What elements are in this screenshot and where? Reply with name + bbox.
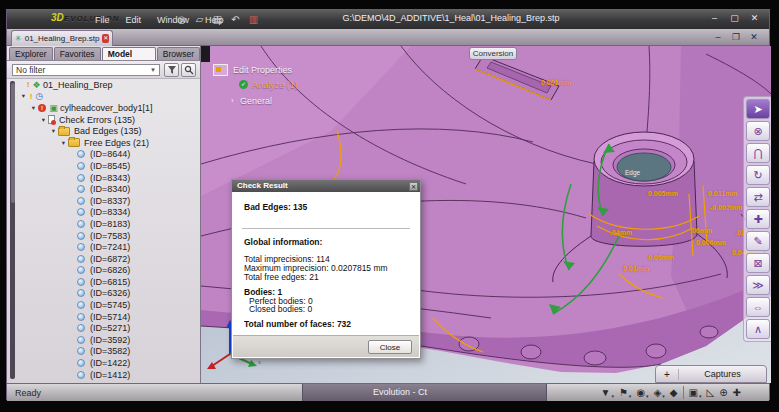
tree-item-edge[interactable]: (ID=5714) (19, 311, 201, 323)
add-capture-icon[interactable]: + (656, 369, 679, 380)
magnet-filter-icon[interactable]: ⋂ (746, 143, 770, 163)
tree-item-product[interactable]: ▾!◷ (19, 91, 201, 103)
tree-item-edge[interactable]: (ID=8337) (19, 195, 201, 207)
bad-edges-line: Bad Edges: 135 (244, 202, 307, 212)
chevron-expanded-icon[interactable]: ▾ (49, 127, 58, 135)
tree-item-bad-edges[interactable]: ▾Bad Edges (135) (19, 125, 201, 137)
tree-item-edge[interactable]: (ID=7241) (19, 241, 201, 253)
filter-combobox[interactable]: No filter ▼ (12, 64, 160, 76)
step-forward-icon[interactable]: ≫ (746, 275, 770, 295)
viewport-corner-handle[interactable] (201, 46, 210, 62)
select-cursor-icon[interactable]: ➤ (746, 99, 770, 119)
assembly-icon: ❖ (31, 80, 42, 90)
dialog-footer: Close (233, 335, 419, 357)
conversion-tab[interactable]: Conversion (469, 47, 517, 60)
tree-item-edge[interactable]: (ID=6326) (19, 288, 201, 300)
close-button[interactable]: ✕ (748, 13, 761, 23)
dialog-separator (242, 228, 410, 229)
add-icon[interactable]: ✚ (746, 209, 770, 229)
tree-item-edge[interactable]: (ID=1422) (19, 357, 201, 369)
dimension-label: 0.001mm (541, 79, 571, 86)
crosshair-icon[interactable]: ✚ (733, 386, 741, 399)
tree-item-edge[interactable]: (ID=3582) (19, 346, 201, 358)
menu-edit[interactable]: Edit (120, 13, 148, 27)
chevron-expanded-icon[interactable]: ▾ (19, 92, 28, 100)
open-folder-icon[interactable]: ▱ (193, 13, 206, 26)
viewport-right-toolbar: ➤ ⊗ ⋂ ↻ ⇄ ✚ ✎ ⊠ ≫ ⇔ ∧ (743, 96, 771, 342)
tree-item-free-edges[interactable]: ▾Free Edges (21) (19, 137, 201, 149)
chevron-right-icon[interactable]: › (231, 96, 234, 105)
tree-item-edge[interactable]: (ID=6815) (19, 276, 201, 288)
mdi-minimize-button[interactable]: – (713, 32, 723, 42)
tree-item-edge[interactable]: (ID=5745) (19, 299, 201, 311)
delete-box-icon[interactable]: ⊠ (746, 253, 770, 273)
search-button[interactable] (181, 63, 196, 77)
folder-icon (68, 138, 80, 147)
tab-close-icon[interactable]: ✕ (102, 34, 109, 43)
compare-icon[interactable]: ⇔ (746, 297, 770, 317)
deselect-icon[interactable]: ⊗ (746, 121, 770, 141)
dialog-close-button[interactable]: Close (368, 340, 412, 354)
tree-item-edge[interactable]: (ID=5271) (19, 322, 201, 334)
compass-icon[interactable]: ◎ (175, 13, 188, 26)
mdi-close-button[interactable]: ✕ (749, 32, 759, 42)
maximize-button[interactable]: ▢ (728, 13, 741, 23)
edge-icon (77, 220, 85, 228)
general-item[interactable]: General (240, 96, 272, 106)
edge-tag-label: Edge (625, 169, 640, 176)
tree-item-check-errors[interactable]: ▾Check Errors (135) (19, 114, 201, 126)
tree-item-edge[interactable]: (ID=8545) (19, 160, 201, 172)
tree-item-edge[interactable]: (ID=6872) (19, 253, 201, 265)
repair-pen-icon[interactable]: ✎ (746, 231, 770, 251)
filter-value: No filter (16, 65, 45, 75)
captures-tab[interactable]: + Captures (655, 365, 767, 383)
undo-icon[interactable]: ↶ (229, 13, 242, 26)
filter-funnel-icon[interactable]: ▼ (600, 386, 613, 399)
tree-scrollbar-thumb[interactable] (11, 83, 15, 203)
status-message: Ready (15, 388, 41, 398)
target-icon[interactable]: ⊕ (719, 386, 727, 399)
title-bar: 3DEVOLUTION File Edit Window Help ◎ ▱ ▤ … (7, 10, 769, 29)
filter-funnel-button[interactable] (164, 63, 179, 77)
quick-toolbar: ◎ ▱ ▤ ↶ ▥ (175, 10, 260, 29)
tree-item-edge[interactable]: (ID=3592) (19, 334, 201, 346)
ramp-icon[interactable]: ◺ (707, 386, 715, 399)
log-icon[interactable]: ▥ (247, 13, 260, 26)
chevron-expanded-icon[interactable]: ▾ (29, 104, 38, 112)
history-icon: ◷ (34, 91, 45, 101)
tree-item-edge[interactable]: (ID=7583) (19, 230, 201, 242)
solid-body-icon: ▣ (48, 103, 59, 113)
tree-item-edge[interactable]: (ID=1412) (19, 369, 201, 381)
tree-item-edge[interactable]: (ID=8644) (19, 149, 201, 161)
menu-file[interactable]: File (89, 13, 116, 27)
orbit-icon[interactable]: ↻ (746, 165, 770, 185)
save-icon[interactable]: ▤ (211, 13, 224, 26)
section-cube-icon[interactable]: ▣ (683, 386, 702, 399)
edge-icon (77, 278, 85, 286)
tree-item-body[interactable]: ▾!▣cylheadcover_body1[1] (19, 102, 201, 114)
check-report-icon (48, 115, 55, 124)
mdi-restore-button[interactable]: ❐ (731, 32, 741, 42)
solid-cube-icon[interactable]: ◆ (670, 386, 678, 399)
document-tab[interactable]: ✳ 01_Healing_Brep.stp ✕ (11, 30, 113, 46)
minimize-button[interactable]: – (708, 13, 721, 23)
tree-item-edge[interactable]: (ID=6826) (19, 265, 201, 277)
edge-icon (77, 185, 85, 193)
dialog-title-bar[interactable]: Check Result (232, 180, 420, 192)
eye-icon[interactable]: ◉ (636, 386, 648, 399)
analyze-item[interactable]: Analyze (1) (252, 80, 298, 90)
tree-item-edge[interactable]: (ID=8343) (19, 172, 201, 184)
tree-item-edge[interactable]: (ID=8183) (19, 218, 201, 230)
dialog-close-icon[interactable]: ✕ (409, 182, 418, 191)
pin-icon[interactable]: ⚑ (619, 386, 631, 399)
tree-item-edge[interactable]: (ID=8340) (19, 183, 201, 195)
edge-icon (77, 162, 85, 170)
tree-item-root[interactable]: !❖01_Healing_Brep (19, 79, 201, 91)
wire-cube-icon[interactable]: ◈ (654, 386, 665, 399)
transform-icon[interactable]: ⇄ (746, 187, 770, 207)
global-info-header: Global information: (244, 237, 322, 247)
chevron-expanded-icon[interactable]: ▾ (39, 116, 48, 124)
chevron-expanded-icon[interactable]: ▾ (59, 139, 68, 147)
collapse-up-icon[interactable]: ∧ (746, 319, 770, 339)
tree-item-edge[interactable]: (ID=8334) (19, 207, 201, 219)
